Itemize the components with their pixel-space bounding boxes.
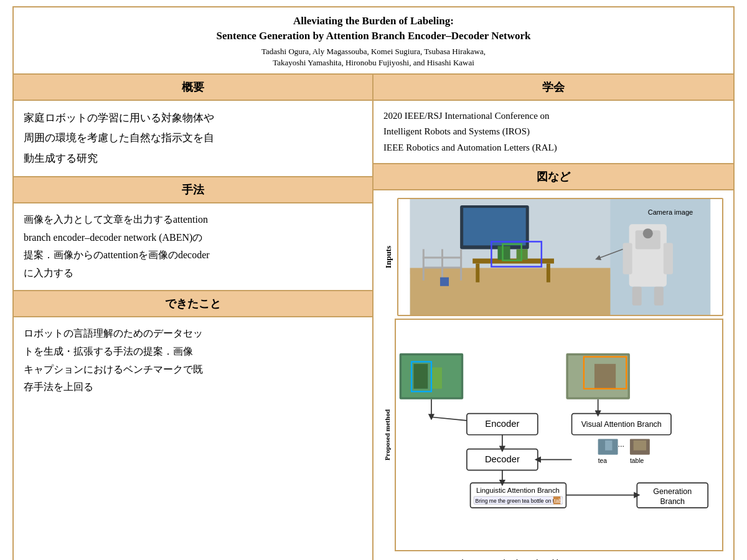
conference-content: 2020 IEEE/RSJ International Conference o… <box>374 101 733 165</box>
paper-title: Alleviating the Burden of Labeling: Sent… <box>26 14 721 44</box>
svg-rect-7 <box>547 264 550 282</box>
svg-text:Visual Attention Branch: Visual Attention Branch <box>581 421 662 429</box>
figure-wrapper: Inputs <box>378 195 728 560</box>
figure-content: Inputs <box>374 190 733 560</box>
shuho-header: 手法 <box>14 177 372 203</box>
svg-point-20 <box>643 229 653 239</box>
svg-rect-23 <box>632 287 642 306</box>
svg-text:table: table <box>554 498 566 505</box>
svg-rect-6 <box>476 264 479 282</box>
paper-authors: Tadashi Ogura, Aly Magassouba, Komei Sug… <box>26 46 721 68</box>
svg-text:table: table <box>630 458 644 465</box>
figure-header: 図など <box>374 164 733 190</box>
svg-text:Bring me the green tea bottle : Bring me the green tea bottle on the <box>476 498 560 505</box>
scene-image: Camera image <box>397 198 723 316</box>
dekita-section: できたこと ロボットの言語理解のためのデータセットを生成・拡張する手法の提案．画… <box>14 291 372 560</box>
shuho-section: 手法 画像を入力として文章を出力するattentionbranch encode… <box>14 177 372 291</box>
dekita-header: できたこと <box>14 291 372 317</box>
svg-rect-21 <box>623 243 632 274</box>
title-section: Alleviating the Burden of Labeling: Sent… <box>14 7 733 75</box>
proposed-svg: Encoder Decoder Visual Attention Branch <box>396 320 722 550</box>
svg-text:tea: tea <box>598 458 608 465</box>
svg-rect-4 <box>463 208 526 246</box>
output-arrow: ↓ <box>413 557 418 560</box>
svg-text:...: ... <box>618 441 624 449</box>
main-container: Alleviating the Burden of Labeling: Sent… <box>12 6 735 560</box>
svg-rect-29 <box>413 364 428 389</box>
svg-rect-14 <box>460 250 462 281</box>
svg-text:Branch: Branch <box>660 498 685 506</box>
svg-line-59 <box>431 418 467 421</box>
conference-header: 学会 <box>374 75 733 101</box>
output-row: Output ↓ "Bring me the green tea bottle … <box>383 554 723 560</box>
svg-rect-22 <box>664 243 673 274</box>
proposed-label: Proposed method <box>383 409 391 460</box>
inputs-row: Inputs <box>383 198 723 316</box>
svg-rect-16 <box>423 267 462 269</box>
left-column: 概要 家庭ロボットの学習に用いる対象物体や周囲の環境を考慮した自然な指示文を自動… <box>14 75 374 560</box>
svg-rect-34 <box>594 364 616 389</box>
svg-rect-17 <box>440 278 449 286</box>
svg-rect-43 <box>605 441 612 450</box>
svg-text:Camera image: Camera image <box>648 209 693 217</box>
svg-text:Decoder: Decoder <box>485 455 520 465</box>
gaiyou-section: 概要 家庭ロボットの学習に用いる対象物体や周囲の環境を考慮した自然な指示文を自動… <box>14 75 372 177</box>
conference-section: 学会 2020 IEEE/RSJ International Conferenc… <box>374 75 733 165</box>
shuho-content: 画像を入力として文章を出力するattentionbranch encoder–d… <box>14 203 372 290</box>
svg-rect-46 <box>634 441 647 450</box>
proposed-row: Proposed method <box>383 319 723 551</box>
scene-svg: Camera image <box>398 199 722 315</box>
svg-rect-13 <box>441 250 443 281</box>
right-column: 学会 2020 IEEE/RSJ International Conferenc… <box>374 75 733 560</box>
proposed-diagram: Encoder Decoder Visual Attention Branch <box>395 319 723 551</box>
dekita-content: ロボットの言語理解のためのデータセットを生成・拡張する手法の提案．画像キャプショ… <box>14 317 372 404</box>
svg-text:Linguistic Attention Branch: Linguistic Attention Branch <box>476 487 560 495</box>
gaiyou-header: 概要 <box>14 75 372 101</box>
svg-text:Generation: Generation <box>653 488 692 497</box>
svg-rect-15 <box>423 257 462 259</box>
gaiyou-content: 家庭ロボットの学習に用いる対象物体や周囲の環境を考慮した自然な指示文を自動生成す… <box>14 101 372 176</box>
svg-rect-2 <box>410 268 611 315</box>
svg-rect-8 <box>497 246 510 260</box>
svg-rect-12 <box>423 250 425 281</box>
output-label: Output <box>383 558 408 560</box>
svg-rect-30 <box>431 368 442 389</box>
figure-section: 図など Inputs <box>374 164 733 560</box>
svg-text:Encoder: Encoder <box>485 419 519 429</box>
output-text: "Bring me the green tea bottle on the ta… <box>423 558 565 560</box>
two-column-layout: 概要 家庭ロボットの学習に用いる対象物体や周囲の環境を考慮した自然な指示文を自動… <box>14 75 733 560</box>
svg-rect-24 <box>654 287 664 306</box>
inputs-label: Inputs <box>383 246 393 268</box>
